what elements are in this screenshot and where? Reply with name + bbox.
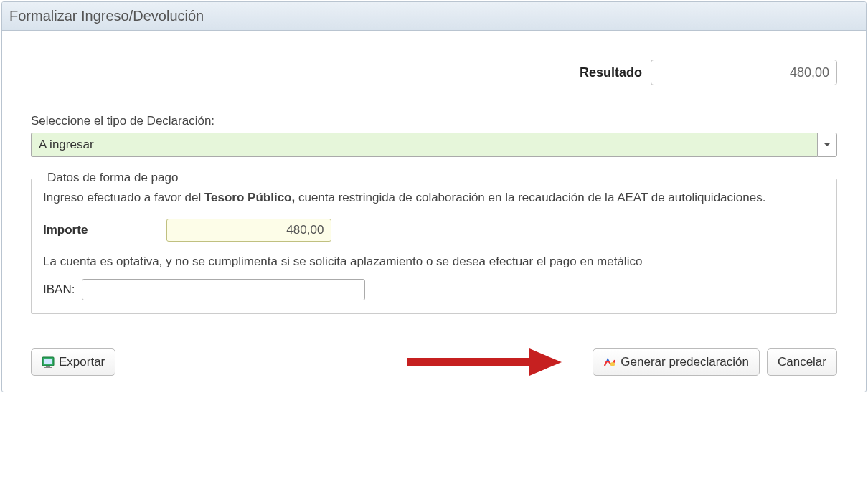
footer-buttons: Exportar Generar predeclara xyxy=(2,348,866,392)
importe-value xyxy=(166,219,331,242)
resultado-row: Resultado xyxy=(31,60,837,85)
generar-label: Generar predeclaración xyxy=(621,355,749,369)
cancelar-label: Cancelar xyxy=(778,355,826,369)
text-cursor xyxy=(95,137,95,153)
svg-rect-1 xyxy=(44,359,52,364)
resultado-label: Resultado xyxy=(580,65,642,80)
declaration-type-select[interactable]: A ingresar xyxy=(31,133,837,157)
arrow-annotation xyxy=(400,344,565,380)
panel-title: Formalizar Ingreso/Devolución xyxy=(2,2,866,31)
exportar-button[interactable]: Exportar xyxy=(31,348,115,376)
chevron-down-icon xyxy=(824,141,831,148)
info-pre: Ingreso efectuado a favor del xyxy=(43,191,204,204)
account-hint-text: La cuenta es optativa, y no se cumplimen… xyxy=(43,255,825,269)
fieldset-legend: Datos de forma de pago xyxy=(42,171,184,185)
declaration-type-dropdown-button[interactable] xyxy=(817,133,837,157)
panel-body: Resultado Seleccione el tipo de Declarac… xyxy=(2,31,866,348)
info-bold: Tesoro Público, xyxy=(204,191,295,204)
importe-row: Importe xyxy=(43,219,825,242)
declaration-type-value[interactable]: A ingresar xyxy=(31,133,817,157)
svg-rect-2 xyxy=(46,366,50,367)
svg-point-5 xyxy=(610,362,615,366)
generar-predeclaracion-button[interactable]: Generar predeclaración xyxy=(593,348,760,376)
cancelar-button[interactable]: Cancelar xyxy=(767,348,837,376)
exportar-label: Exportar xyxy=(59,355,105,369)
declaration-type-label: Seleccione el tipo de Declaración: xyxy=(31,114,837,128)
dialog-panel: Formalizar Ingreso/Devolución Resultado … xyxy=(1,1,867,392)
iban-row: IBAN: xyxy=(43,279,825,300)
declaration-type-text: A ingresar xyxy=(39,138,94,151)
iban-input[interactable] xyxy=(82,279,365,300)
payment-data-fieldset: Datos de forma de pago Ingreso efectuado… xyxy=(31,179,837,314)
svg-rect-3 xyxy=(44,367,52,368)
iban-label: IBAN: xyxy=(43,283,75,297)
importe-label: Importe xyxy=(43,223,88,237)
resultado-value xyxy=(651,60,837,85)
right-button-group: Generar predeclaración Cancelar xyxy=(593,348,837,376)
predeclaracion-icon xyxy=(603,356,616,369)
export-icon xyxy=(42,356,55,369)
info-post: cuenta restringida de colaboración en la… xyxy=(298,191,765,204)
payment-info-text: Ingreso efectuado a favor del Tesoro Púb… xyxy=(43,189,825,207)
